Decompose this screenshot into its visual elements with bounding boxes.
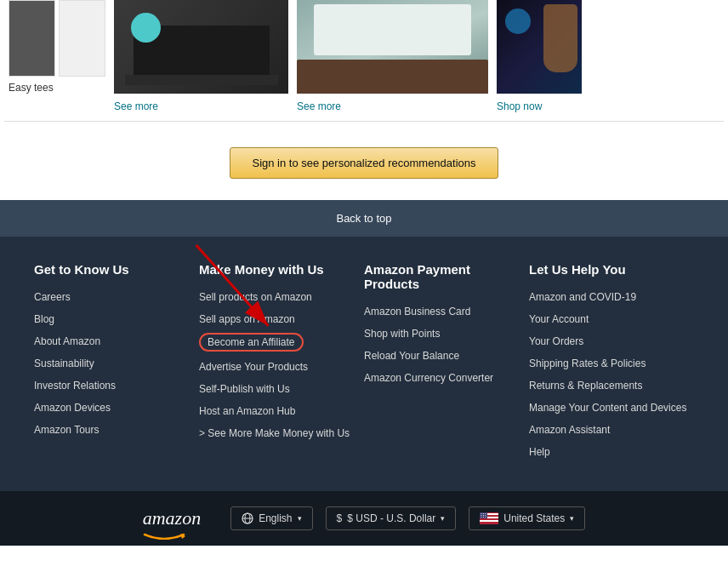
- svg-point-22: [486, 517, 486, 518]
- list-item: Your Account: [529, 311, 694, 326]
- products-row: Easy tees See more See more: [4, 0, 724, 122]
- link-sell-apps[interactable]: Sell apps on Amazon: [199, 313, 295, 325]
- back-to-top-bar[interactable]: Back to top: [0, 200, 728, 237]
- list-item: Shipping Rates & Policies: [529, 355, 694, 370]
- footer-col-make-money: Make Money with Us Sell products on Amaz…: [199, 262, 364, 466]
- list-item: Amazon Assistant: [529, 421, 694, 437]
- link-amazon-tours[interactable]: Amazon Tours: [34, 424, 99, 436]
- col2-list: Sell products on Amazon Sell apps on Ama…: [199, 289, 364, 440]
- col1-list: Careers Blog About Amazon Sustainability…: [34, 289, 199, 437]
- affiliate-list-item: Become an Affiliate: [199, 333, 364, 352]
- list-item: Amazon Currency Converter: [364, 369, 529, 385]
- link-amazon-hub[interactable]: Host an Amazon Hub: [199, 405, 295, 417]
- list-item: Sell products on Amazon: [199, 289, 364, 304]
- chevron-down-icon: ▾: [570, 514, 574, 523]
- svg-rect-10: [480, 518, 498, 520]
- link-assistant[interactable]: Amazon Assistant: [529, 424, 610, 436]
- guitar-shop-now[interactable]: Shop now: [497, 100, 582, 112]
- guitar-product: Shop now: [497, 0, 582, 112]
- footer-wrapper: Get to Know Us Careers Blog About Amazon…: [0, 237, 728, 491]
- link-see-more-make-money[interactable]: > See More Make Money with Us: [199, 427, 350, 439]
- footer-columns: Get to Know Us Careers Blog About Amazon…: [34, 262, 694, 491]
- link-shop-points[interactable]: Shop with Points: [364, 328, 440, 340]
- list-item: Blog: [34, 311, 199, 326]
- tee-product: Easy tees: [4, 0, 114, 112]
- list-item: Self-Publish with Us: [199, 380, 364, 396]
- svg-point-18: [483, 515, 484, 516]
- currency-button[interactable]: $ $ USD - U.S. Dollar ▾: [326, 506, 457, 530]
- link-currency-converter[interactable]: Amazon Currency Converter: [364, 372, 493, 384]
- link-reload-balance[interactable]: Reload Your Balance: [364, 350, 459, 362]
- list-item: Sustainability: [34, 355, 199, 370]
- link-your-orders[interactable]: Your Orders: [529, 335, 583, 347]
- language-label: English: [259, 512, 292, 524]
- chevron-down-icon: ▾: [441, 514, 445, 523]
- list-item: Investor Relations: [34, 377, 199, 392]
- link-shipping[interactable]: Shipping Rates & Policies: [529, 358, 646, 369]
- country-label: United States: [503, 512, 565, 524]
- link-returns[interactable]: Returns & Replacements: [529, 380, 642, 392]
- link-blog[interactable]: Blog: [34, 313, 54, 325]
- list-item: Advertise Your Products: [199, 358, 364, 374]
- link-sustainability[interactable]: Sustainability: [34, 358, 94, 369]
- sign-in-area: Sign in to see personalized recommendati…: [0, 130, 728, 200]
- sign-in-button[interactable]: Sign in to see personalized recommendati…: [230, 147, 498, 179]
- col3-list: Amazon Business Card Shop with Points Re…: [364, 303, 529, 385]
- list-item: Shop with Points: [364, 325, 529, 340]
- link-amazon-devices[interactable]: Amazon Devices: [34, 402, 111, 414]
- language-button[interactable]: English ▾: [230, 506, 312, 530]
- link-become-affiliate[interactable]: Become an Affiliate: [199, 333, 304, 352]
- col1-title: Get to Know Us: [34, 262, 199, 277]
- link-careers[interactable]: Careers: [34, 291, 71, 303]
- link-about-amazon[interactable]: About Amazon: [34, 335, 100, 347]
- link-manage-content[interactable]: Manage Your Content and Devices: [529, 402, 686, 414]
- laptop-product: See more: [114, 0, 288, 112]
- bed-img: [297, 0, 488, 94]
- svg-point-20: [481, 517, 482, 518]
- amazon-smile: [143, 533, 185, 540]
- link-investor-relations[interactable]: Investor Relations: [34, 380, 116, 392]
- link-your-account[interactable]: Your Account: [529, 313, 589, 325]
- list-item: Sell apps on Amazon: [199, 311, 364, 326]
- link-covid[interactable]: Amazon and COVID-19: [529, 291, 636, 303]
- col4-title: Let Us Help You: [529, 262, 694, 277]
- svg-rect-11: [480, 520, 498, 522]
- list-item: Help: [529, 443, 694, 459]
- footer-bottom: amazon English ▾ $ $ USD - U.S. Dollar ▾: [0, 491, 728, 546]
- footer-col-payment: Amazon Payment Products Amazon Business …: [364, 262, 529, 466]
- bed-see-more[interactable]: See more: [297, 100, 488, 112]
- svg-point-16: [486, 513, 486, 514]
- link-help[interactable]: Help: [529, 446, 550, 458]
- svg-point-19: [486, 515, 486, 516]
- svg-point-14: [481, 513, 482, 514]
- footer-col-get-to-know: Get to Know Us Careers Blog About Amazon…: [34, 262, 199, 466]
- chevron-down-icon: ▾: [298, 514, 302, 523]
- svg-point-15: [483, 513, 484, 514]
- footer-col-help: Let Us Help You Amazon and COVID-19 Your…: [529, 262, 694, 466]
- list-item: Host an Amazon Hub: [199, 403, 364, 418]
- col2-title: Make Money with Us: [199, 262, 364, 277]
- us-flag-icon: [480, 512, 498, 524]
- footer: Get to Know Us Careers Blog About Amazon…: [0, 237, 728, 491]
- globe-icon: [242, 512, 253, 524]
- list-item: Amazon and COVID-19: [529, 289, 694, 304]
- svg-rect-12: [480, 522, 498, 523]
- svg-point-17: [481, 515, 482, 516]
- link-sell-products[interactable]: Sell products on Amazon: [199, 291, 312, 303]
- currency-icon: $: [337, 512, 343, 524]
- list-item: Amazon Tours: [34, 421, 199, 437]
- link-self-publish[interactable]: Self-Publish with Us: [199, 383, 290, 395]
- col4-list: Amazon and COVID-19 Your Account Your Or…: [529, 289, 694, 459]
- list-item: Returns & Replacements: [529, 377, 694, 392]
- list-item: Amazon Business Card: [364, 303, 529, 318]
- list-item: Amazon Devices: [34, 399, 199, 415]
- back-to-top-label: Back to top: [336, 212, 391, 225]
- list-item: Careers: [34, 289, 199, 304]
- products-area: Easy tees See more See more: [0, 0, 728, 122]
- col3-title: Amazon Payment Products: [364, 262, 529, 291]
- bed-product: See more: [297, 0, 488, 112]
- country-button[interactable]: United States ▾: [469, 506, 585, 530]
- link-business-card[interactable]: Amazon Business Card: [364, 306, 470, 317]
- link-advertise[interactable]: Advertise Your Products: [199, 361, 308, 373]
- laptop-see-more[interactable]: See more: [114, 100, 288, 112]
